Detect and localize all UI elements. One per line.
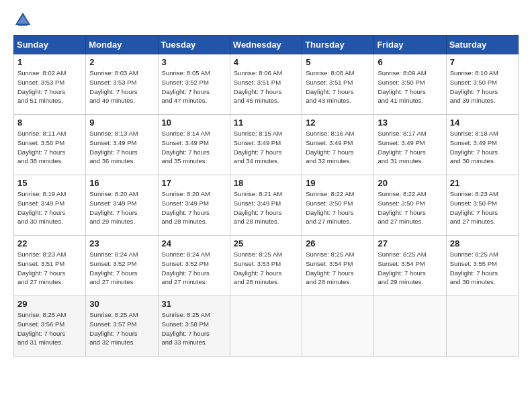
- day-info: Sunrise: 8:25 AM Sunset: 3:56 PM Dayligh…: [17, 310, 82, 347]
- day-number: 11: [234, 118, 298, 128]
- day-number: 21: [450, 178, 515, 188]
- week-row-3: 15Sunrise: 8:19 AM Sunset: 3:49 PM Dayli…: [14, 175, 519, 236]
- week-row-5: 29Sunrise: 8:25 AM Sunset: 3:56 PM Dayli…: [14, 296, 519, 357]
- weekday-friday: Friday: [374, 36, 446, 54]
- day-number: 19: [306, 178, 370, 188]
- day-cell: [374, 296, 446, 357]
- day-cell: 13Sunrise: 8:17 AM Sunset: 3:49 PM Dayli…: [374, 115, 446, 175]
- day-cell: 14Sunrise: 8:18 AM Sunset: 3:49 PM Dayli…: [446, 115, 518, 175]
- day-cell: 23Sunrise: 8:24 AM Sunset: 3:52 PM Dayli…: [86, 236, 158, 296]
- day-info: Sunrise: 8:25 AM Sunset: 3:54 PM Dayligh…: [378, 250, 442, 287]
- day-info: Sunrise: 8:25 AM Sunset: 3:53 PM Dayligh…: [234, 250, 298, 287]
- page-header: [13, 11, 519, 30]
- day-cell: 29Sunrise: 8:25 AM Sunset: 3:56 PM Dayli…: [14, 296, 86, 357]
- day-number: 12: [306, 118, 370, 128]
- day-cell: 31Sunrise: 8:25 AM Sunset: 3:58 PM Dayli…: [158, 296, 230, 357]
- day-number: 26: [306, 238, 370, 248]
- day-number: 3: [162, 57, 226, 67]
- day-number: 23: [89, 238, 154, 248]
- day-cell: [302, 296, 374, 357]
- day-info: Sunrise: 8:02 AM Sunset: 3:53 PM Dayligh…: [17, 68, 82, 105]
- day-cell: [230, 296, 302, 357]
- day-info: Sunrise: 8:05 AM Sunset: 3:52 PM Dayligh…: [162, 68, 226, 105]
- day-cell: 20Sunrise: 8:22 AM Sunset: 3:50 PM Dayli…: [374, 175, 446, 236]
- day-number: 28: [450, 238, 515, 248]
- day-info: Sunrise: 8:20 AM Sunset: 3:49 PM Dayligh…: [162, 189, 226, 226]
- day-number: 27: [378, 238, 442, 248]
- day-info: Sunrise: 8:25 AM Sunset: 3:58 PM Dayligh…: [162, 310, 226, 347]
- day-cell: [446, 296, 518, 357]
- calendar-body: 1Sunrise: 8:02 AM Sunset: 3:53 PM Daylig…: [14, 54, 519, 357]
- day-cell: 25Sunrise: 8:25 AM Sunset: 3:53 PM Dayli…: [230, 236, 302, 296]
- day-cell: 17Sunrise: 8:20 AM Sunset: 3:49 PM Dayli…: [158, 175, 230, 236]
- day-info: Sunrise: 8:13 AM Sunset: 3:49 PM Dayligh…: [89, 129, 154, 166]
- day-info: Sunrise: 8:21 AM Sunset: 3:49 PM Dayligh…: [234, 189, 298, 226]
- weekday-header-row: SundayMondayTuesdayWednesdayThursdayFrid…: [14, 36, 519, 54]
- day-number: 17: [162, 178, 226, 188]
- day-info: Sunrise: 8:22 AM Sunset: 3:50 PM Dayligh…: [378, 189, 442, 226]
- day-cell: 22Sunrise: 8:23 AM Sunset: 3:51 PM Dayli…: [14, 236, 86, 296]
- day-number: 24: [162, 238, 226, 248]
- day-cell: 19Sunrise: 8:22 AM Sunset: 3:50 PM Dayli…: [302, 175, 374, 236]
- day-info: Sunrise: 8:24 AM Sunset: 3:52 PM Dayligh…: [162, 250, 226, 287]
- day-cell: 7Sunrise: 8:10 AM Sunset: 3:50 PM Daylig…: [446, 54, 518, 115]
- day-number: 16: [89, 178, 154, 188]
- weekday-saturday: Saturday: [446, 36, 518, 54]
- day-cell: 9Sunrise: 8:13 AM Sunset: 3:49 PM Daylig…: [86, 115, 158, 175]
- day-number: 25: [234, 238, 298, 248]
- day-info: Sunrise: 8:10 AM Sunset: 3:50 PM Dayligh…: [450, 68, 515, 105]
- day-info: Sunrise: 8:23 AM Sunset: 3:51 PM Dayligh…: [17, 250, 82, 287]
- day-number: 8: [17, 118, 82, 128]
- day-number: 22: [17, 238, 82, 248]
- day-number: 15: [17, 178, 82, 188]
- calendar-table: SundayMondayTuesdayWednesdayThursdayFrid…: [13, 35, 519, 357]
- day-info: Sunrise: 8:19 AM Sunset: 3:49 PM Dayligh…: [17, 189, 82, 226]
- day-number: 13: [378, 118, 442, 128]
- day-info: Sunrise: 8:09 AM Sunset: 3:50 PM Dayligh…: [378, 68, 442, 105]
- svg-rect-2: [18, 24, 28, 26]
- day-number: 18: [234, 178, 298, 188]
- day-info: Sunrise: 8:18 AM Sunset: 3:49 PM Dayligh…: [450, 129, 515, 166]
- day-number: 30: [89, 299, 154, 309]
- day-info: Sunrise: 8:06 AM Sunset: 3:51 PM Dayligh…: [234, 68, 298, 105]
- weekday-thursday: Thursday: [302, 36, 374, 54]
- day-cell: 18Sunrise: 8:21 AM Sunset: 3:49 PM Dayli…: [230, 175, 302, 236]
- day-cell: 24Sunrise: 8:24 AM Sunset: 3:52 PM Dayli…: [158, 236, 230, 296]
- day-number: 20: [378, 178, 442, 188]
- week-row-2: 8Sunrise: 8:11 AM Sunset: 3:50 PM Daylig…: [14, 115, 519, 175]
- weekday-sunday: Sunday: [14, 36, 86, 54]
- day-info: Sunrise: 8:17 AM Sunset: 3:49 PM Dayligh…: [378, 129, 442, 166]
- day-info: Sunrise: 8:15 AM Sunset: 3:49 PM Dayligh…: [234, 129, 298, 166]
- day-number: 1: [17, 57, 82, 67]
- weekday-wednesday: Wednesday: [230, 36, 302, 54]
- day-number: 10: [162, 118, 226, 128]
- week-row-4: 22Sunrise: 8:23 AM Sunset: 3:51 PM Dayli…: [14, 236, 519, 296]
- week-row-1: 1Sunrise: 8:02 AM Sunset: 3:53 PM Daylig…: [14, 54, 519, 115]
- logo: [13, 11, 35, 30]
- day-number: 4: [234, 57, 298, 67]
- day-info: Sunrise: 8:25 AM Sunset: 3:55 PM Dayligh…: [450, 250, 515, 287]
- day-cell: 15Sunrise: 8:19 AM Sunset: 3:49 PM Dayli…: [14, 175, 86, 236]
- day-cell: 1Sunrise: 8:02 AM Sunset: 3:53 PM Daylig…: [14, 54, 86, 115]
- day-cell: 4Sunrise: 8:06 AM Sunset: 3:51 PM Daylig…: [230, 54, 302, 115]
- day-cell: 3Sunrise: 8:05 AM Sunset: 3:52 PM Daylig…: [158, 54, 230, 115]
- weekday-monday: Monday: [86, 36, 158, 54]
- day-cell: 30Sunrise: 8:25 AM Sunset: 3:57 PM Dayli…: [86, 296, 158, 357]
- day-cell: 11Sunrise: 8:15 AM Sunset: 3:49 PM Dayli…: [230, 115, 302, 175]
- day-number: 9: [89, 118, 154, 128]
- day-number: 6: [378, 57, 442, 67]
- day-info: Sunrise: 8:16 AM Sunset: 3:49 PM Dayligh…: [306, 129, 370, 166]
- day-info: Sunrise: 8:25 AM Sunset: 3:57 PM Dayligh…: [89, 310, 154, 347]
- day-cell: 6Sunrise: 8:09 AM Sunset: 3:50 PM Daylig…: [374, 54, 446, 115]
- day-info: Sunrise: 8:20 AM Sunset: 3:49 PM Dayligh…: [89, 189, 154, 226]
- day-cell: 10Sunrise: 8:14 AM Sunset: 3:49 PM Dayli…: [158, 115, 230, 175]
- day-info: Sunrise: 8:24 AM Sunset: 3:52 PM Dayligh…: [89, 250, 154, 287]
- day-cell: 27Sunrise: 8:25 AM Sunset: 3:54 PM Dayli…: [374, 236, 446, 296]
- day-cell: 5Sunrise: 8:08 AM Sunset: 3:51 PM Daylig…: [302, 54, 374, 115]
- day-info: Sunrise: 8:22 AM Sunset: 3:50 PM Dayligh…: [306, 189, 370, 226]
- day-info: Sunrise: 8:11 AM Sunset: 3:50 PM Dayligh…: [17, 129, 82, 166]
- day-number: 7: [450, 57, 515, 67]
- day-cell: 21Sunrise: 8:23 AM Sunset: 3:50 PM Dayli…: [446, 175, 518, 236]
- day-cell: 2Sunrise: 8:03 AM Sunset: 3:53 PM Daylig…: [86, 54, 158, 115]
- day-info: Sunrise: 8:14 AM Sunset: 3:49 PM Dayligh…: [162, 129, 226, 166]
